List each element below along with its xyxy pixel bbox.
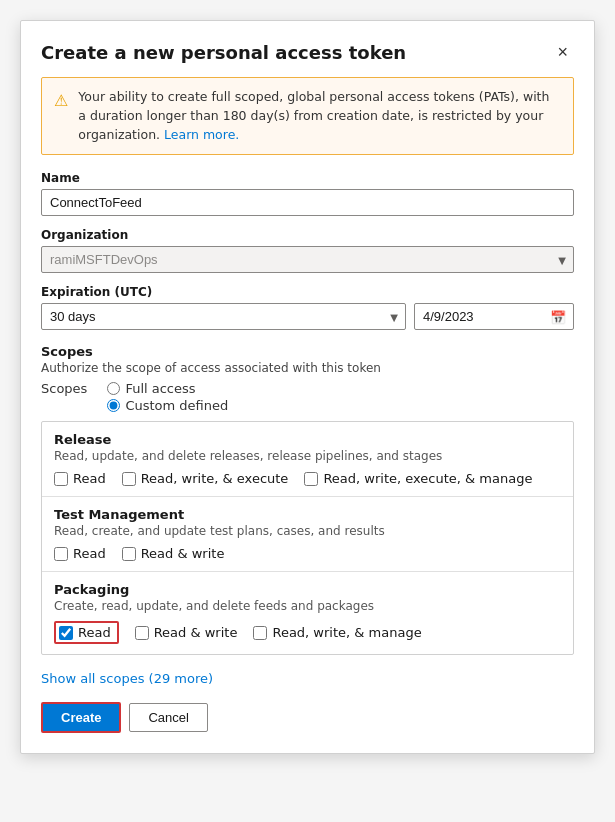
packaging-read-write-text: Read & write bbox=[154, 625, 238, 640]
packaging-title: Packaging bbox=[54, 582, 561, 597]
expiry-label: Expiration (UTC) bbox=[41, 285, 406, 299]
scope-section-packaging: Packaging Create, read, update, and dele… bbox=[42, 572, 573, 654]
expiry-col: Expiration (UTC) 30 days 60 days 90 days… bbox=[41, 285, 406, 330]
packaging-desc: Create, read, update, and delete feeds a… bbox=[54, 599, 561, 613]
packaging-read-write-checkbox[interactable] bbox=[135, 626, 149, 640]
dialog-footer: Create Cancel bbox=[41, 702, 574, 733]
org-select[interactable]: ramiMSFTDevOps bbox=[41, 246, 574, 273]
test-read-label[interactable]: Read bbox=[54, 546, 106, 561]
expiry-select[interactable]: 30 days 60 days 90 days 180 days 1 year … bbox=[41, 303, 406, 330]
learn-more-link[interactable]: Learn more. bbox=[164, 127, 239, 142]
full-access-label: Full access bbox=[125, 381, 195, 396]
test-management-desc: Read, create, and update test plans, cas… bbox=[54, 524, 561, 538]
show-all-label: Show all scopes bbox=[41, 671, 144, 686]
packaging-full-checkbox[interactable] bbox=[253, 626, 267, 640]
expiry-row: Expiration (UTC) 30 days 60 days 90 days… bbox=[41, 285, 574, 330]
warning-icon: ⚠ bbox=[54, 89, 68, 144]
org-field-group: Organization ramiMSFTDevOps ▼ bbox=[41, 228, 574, 273]
release-full-checkbox[interactable] bbox=[304, 472, 318, 486]
packaging-read-text: Read bbox=[78, 625, 111, 640]
name-label: Name bbox=[41, 171, 574, 185]
full-access-radio[interactable] bbox=[107, 382, 120, 395]
release-read-label[interactable]: Read bbox=[54, 471, 106, 486]
date-label bbox=[414, 285, 574, 299]
dialog-header: Create a new personal access token × bbox=[41, 41, 574, 63]
test-management-title: Test Management bbox=[54, 507, 561, 522]
packaging-full-text: Read, write, & manage bbox=[272, 625, 421, 640]
date-input-wrap: 📅 bbox=[414, 303, 574, 330]
create-button[interactable]: Create bbox=[41, 702, 121, 733]
expiry-select-wrapper: 30 days 60 days 90 days 180 days 1 year … bbox=[41, 303, 406, 330]
scopes-sub-label: Scopes bbox=[41, 381, 87, 396]
packaging-read-label[interactable]: Read bbox=[54, 621, 119, 644]
release-read-write-execute-checkbox[interactable] bbox=[122, 472, 136, 486]
scope-section-test-management: Test Management Read, create, and update… bbox=[42, 497, 573, 572]
scope-section-release: Release Read, update, and delete release… bbox=[42, 422, 573, 497]
scopes-desc: Authorize the scope of access associated… bbox=[41, 361, 574, 375]
packaging-checkboxes: Read Read & write Read, write, & manage bbox=[54, 621, 561, 644]
test-read-write-text: Read & write bbox=[141, 546, 225, 561]
release-checkboxes: Read Read, write, & execute Read, write,… bbox=[54, 471, 561, 486]
release-read-write-execute-text: Read, write, & execute bbox=[141, 471, 289, 486]
packaging-read-write-label[interactable]: Read & write bbox=[135, 621, 238, 644]
release-read-text: Read bbox=[73, 471, 106, 486]
test-read-checkbox[interactable] bbox=[54, 547, 68, 561]
scopes-scrollable[interactable]: Release Read, update, and delete release… bbox=[41, 421, 574, 655]
org-select-wrapper: ramiMSFTDevOps ▼ bbox=[41, 246, 574, 273]
release-read-write-execute-label[interactable]: Read, write, & execute bbox=[122, 471, 289, 486]
show-all-row: Show all scopes (29 more) bbox=[41, 663, 574, 686]
release-read-checkbox[interactable] bbox=[54, 472, 68, 486]
release-full-label[interactable]: Read, write, execute, & manage bbox=[304, 471, 532, 486]
dialog-title: Create a new personal access token bbox=[41, 42, 406, 63]
org-label: Organization bbox=[41, 228, 574, 242]
warning-banner: ⚠ Your ability to create full scoped, gl… bbox=[41, 77, 574, 155]
scopes-radio-row: Scopes Full access bbox=[41, 381, 574, 396]
custom-defined-radio[interactable] bbox=[107, 399, 120, 412]
custom-defined-row: Scopes Custom defined bbox=[41, 398, 574, 413]
date-input[interactable] bbox=[414, 303, 574, 330]
show-all-link[interactable]: Show all scopes (29 more) bbox=[41, 671, 213, 686]
date-col: 📅 bbox=[414, 285, 574, 330]
create-pat-dialog: Create a new personal access token × ⚠ Y… bbox=[20, 20, 595, 754]
release-desc: Read, update, and delete releases, relea… bbox=[54, 449, 561, 463]
close-button[interactable]: × bbox=[551, 41, 574, 63]
warning-text: Your ability to create full scoped, glob… bbox=[78, 88, 561, 144]
custom-defined-label: Custom defined bbox=[125, 398, 228, 413]
packaging-read-checkbox[interactable] bbox=[59, 626, 73, 640]
scopes-title: Scopes bbox=[41, 344, 574, 359]
name-field-group: Name bbox=[41, 171, 574, 216]
test-management-checkboxes: Read Read & write bbox=[54, 546, 561, 561]
release-title: Release bbox=[54, 432, 561, 447]
custom-defined-radio-label[interactable]: Custom defined bbox=[107, 398, 228, 413]
cancel-button[interactable]: Cancel bbox=[129, 703, 207, 732]
release-full-text: Read, write, execute, & manage bbox=[323, 471, 532, 486]
packaging-full-label[interactable]: Read, write, & manage bbox=[253, 621, 421, 644]
test-read-write-label[interactable]: Read & write bbox=[122, 546, 225, 561]
scopes-section: Scopes Authorize the scope of access ass… bbox=[41, 344, 574, 655]
test-read-text: Read bbox=[73, 546, 106, 561]
full-access-radio-label[interactable]: Full access bbox=[107, 381, 195, 396]
name-input[interactable] bbox=[41, 189, 574, 216]
show-all-count: (29 more) bbox=[149, 671, 214, 686]
test-read-write-checkbox[interactable] bbox=[122, 547, 136, 561]
